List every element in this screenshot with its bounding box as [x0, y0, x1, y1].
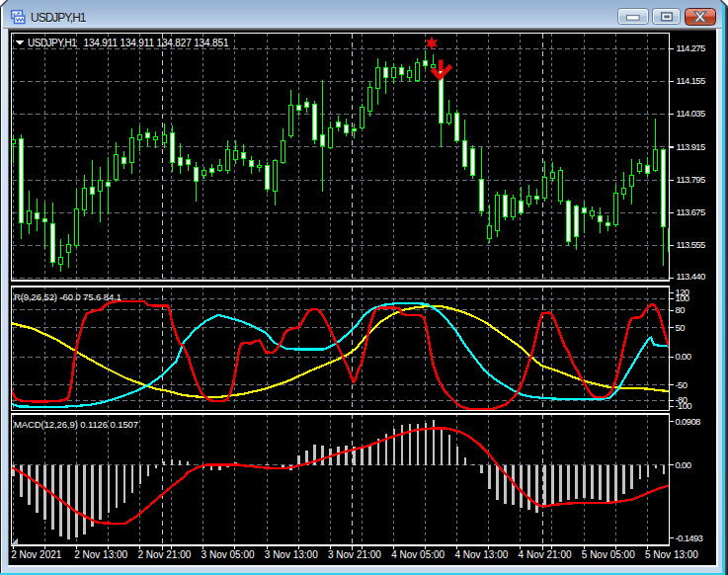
svg-text:R(9,26,52) -60.0 75.6 84.1: R(9,26,52) -60.0 75.6 84.1 — [14, 291, 121, 302]
svg-text:134.911 134.911 134.827 134.85: 134.911 134.911 134.827 134.851 — [84, 37, 229, 47]
svg-text:114.035: 114.035 — [677, 108, 705, 119]
svg-text:3 Nov 13:00: 3 Nov 13:00 — [265, 548, 318, 559]
svg-text:USDJPY,H1: USDJPY,H1 — [28, 37, 77, 47]
svg-text:114.155: 114.155 — [677, 75, 705, 86]
svg-text:113.915: 113.915 — [677, 140, 705, 151]
svg-text:4 Nov 21:00: 4 Nov 21:00 — [519, 548, 572, 559]
svg-text:5 Nov 05:00: 5 Nov 05:00 — [582, 548, 635, 559]
svg-text:4 Nov 13:00: 4 Nov 13:00 — [454, 548, 508, 559]
svg-text:MACD(12,26,9) 0.1126 0.1507: MACD(12,26,9) 0.1126 0.1507 — [14, 419, 138, 430]
svg-text:113.675: 113.675 — [677, 206, 705, 217]
svg-text:80: 80 — [676, 303, 686, 314]
svg-text:2 Nov 13:00: 2 Nov 13:00 — [74, 548, 127, 559]
svg-text:50: 50 — [676, 321, 686, 332]
svg-text:0.0908: 0.0908 — [676, 415, 701, 426]
svg-text:-100: -100 — [676, 400, 692, 411]
svg-text:100: 100 — [676, 292, 689, 303]
svg-text:0.00: 0.00 — [676, 458, 691, 469]
svg-text:113.795: 113.795 — [677, 173, 705, 184]
svg-text:113.555: 113.555 — [677, 239, 705, 250]
svg-text:0.00: 0.00 — [676, 351, 691, 362]
svg-text:3 Nov 21:00: 3 Nov 21:00 — [328, 548, 381, 559]
svg-text:2 Nov 21:00: 2 Nov 21:00 — [137, 548, 191, 559]
svg-text:-0.1493: -0.1493 — [676, 532, 703, 542]
svg-text:2 Nov 2021: 2 Nov 2021 — [11, 548, 62, 559]
svg-text:3 Nov 05:00: 3 Nov 05:00 — [202, 548, 255, 559]
svg-text:-50: -50 — [676, 378, 688, 389]
svg-text:5 Nov 13:00: 5 Nov 13:00 — [645, 548, 698, 559]
svg-text:4 Nov 05:00: 4 Nov 05:00 — [391, 548, 445, 559]
svg-text:113.440: 113.440 — [677, 270, 705, 281]
svg-text:114.275: 114.275 — [677, 41, 705, 52]
